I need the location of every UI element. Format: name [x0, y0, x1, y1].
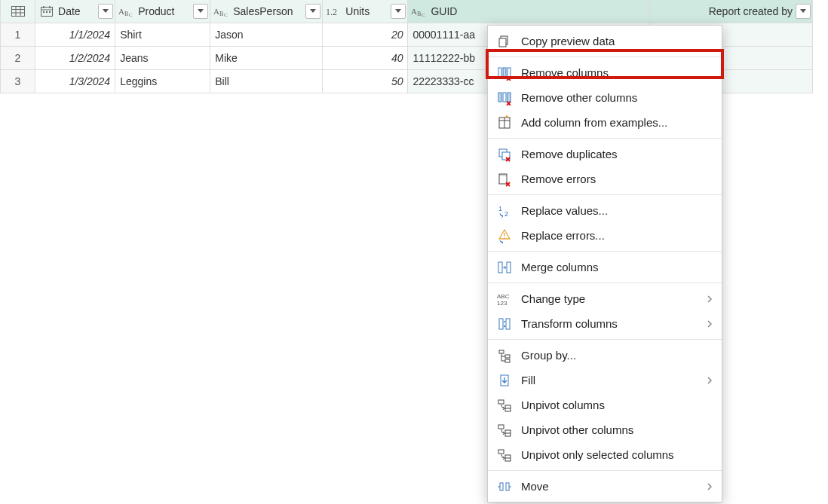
- replace-values-icon: 12: [495, 202, 514, 220]
- column-header-date[interactable]: Date: [35, 0, 115, 23]
- svg-rect-10: [46, 11, 48, 13]
- svg-rect-70: [506, 483, 509, 490]
- column-header-report-created-by[interactable]: Report created by: [649, 0, 812, 23]
- svg-rect-55: [506, 319, 510, 329]
- row-number: 2: [1, 47, 35, 70]
- filter-button[interactable]: [98, 4, 113, 19]
- menu-add-column-from-examples[interactable]: Add column from examples...: [488, 110, 722, 135]
- filter-button[interactable]: [391, 4, 406, 19]
- menu-merge-columns[interactable]: Merge columns: [488, 255, 722, 279]
- svg-text:1.2: 1.2: [326, 7, 337, 17]
- menu-separator: [488, 251, 722, 252]
- svg-text:A: A: [213, 7, 219, 16]
- remove-columns-icon: [495, 64, 514, 82]
- svg-rect-56: [499, 350, 504, 353]
- filter-button[interactable]: [796, 4, 811, 19]
- unpivot-icon: [495, 396, 514, 414]
- column-label: SalesPerson: [233, 5, 302, 17]
- cell-salesperson: Jason: [210, 23, 322, 46]
- menu-label: Remove duplicates: [521, 148, 714, 160]
- svg-rect-58: [505, 359, 510, 362]
- column-header-salesperson[interactable]: ABC SalesPerson: [210, 0, 323, 23]
- merge-columns-icon: [495, 258, 514, 276]
- copy-icon: [495, 32, 514, 50]
- change-type-icon: ABC123: [495, 290, 514, 308]
- add-column-examples-icon: [495, 114, 514, 132]
- menu-separator: [488, 470, 722, 471]
- menu-unpivot-other-columns[interactable]: Unpivot other columns: [488, 417, 722, 442]
- svg-rect-23: [499, 38, 506, 47]
- svg-rect-25: [503, 68, 506, 77]
- menu-group-by[interactable]: Group by...: [488, 343, 722, 368]
- replace-errors-icon: [495, 227, 514, 245]
- menu-unpivot-only-selected-columns[interactable]: Unpivot only selected columns: [488, 442, 722, 467]
- menu-separator: [488, 283, 722, 283]
- menu-transform-columns[interactable]: Transform columns: [488, 311, 722, 336]
- remove-errors-icon: [495, 170, 514, 188]
- fill-icon: [495, 371, 514, 389]
- svg-rect-66: [498, 450, 504, 454]
- svg-rect-51: [507, 262, 511, 273]
- column-header-units[interactable]: 1.2 Units: [323, 0, 408, 23]
- svg-rect-31: [508, 93, 511, 102]
- header-row: Date ABC Product ABC S: [1, 0, 813, 23]
- menu-remove-duplicates[interactable]: Remove duplicates: [488, 142, 722, 166]
- menu-separator: [488, 138, 722, 139]
- menu-move[interactable]: Move: [488, 474, 722, 499]
- chevron-right-icon: [705, 376, 714, 385]
- cell-product: Shirt: [115, 23, 210, 46]
- svg-point-49: [504, 237, 505, 238]
- menu-label: Replace values...: [521, 204, 714, 217]
- chevron-right-icon: [705, 319, 714, 328]
- svg-text:ABC: ABC: [497, 293, 510, 300]
- svg-rect-63: [498, 425, 504, 429]
- menu-replace-values[interactable]: 12 Replace values...: [488, 198, 722, 223]
- table-corner[interactable]: [1, 0, 35, 23]
- unpivot-other-icon: [495, 421, 514, 439]
- cell-units: 40: [323, 47, 407, 69]
- column-header-guid[interactable]: ABC GUID: [408, 0, 649, 23]
- menu-label: Group by...: [521, 349, 714, 362]
- svg-rect-11: [49, 11, 51, 13]
- row-number: 3: [1, 70, 35, 93]
- menu-copy-preview-data[interactable]: Copy preview data: [488, 29, 722, 53]
- chevron-right-icon: [705, 295, 714, 304]
- menu-separator: [488, 339, 722, 340]
- svg-rect-54: [499, 319, 503, 329]
- table-icon: [10, 5, 26, 18]
- column-label: Product: [138, 5, 190, 17]
- cell-units: 20: [323, 23, 407, 46]
- menu-remove-errors[interactable]: Remove errors: [488, 166, 722, 191]
- cell-units: 50: [323, 70, 407, 93]
- cell-salesperson: Bill: [210, 70, 322, 93]
- column-label: Date: [58, 5, 95, 17]
- svg-rect-69: [500, 483, 503, 490]
- menu-fill[interactable]: Fill: [488, 368, 722, 393]
- svg-text:B: B: [219, 11, 223, 17]
- menu-label: Remove columns: [521, 66, 714, 79]
- cell-salesperson: Mike: [210, 47, 322, 69]
- filter-button[interactable]: [193, 4, 208, 19]
- cell-date: 1/1/2024: [35, 23, 115, 46]
- svg-rect-43: [499, 174, 507, 176]
- menu-replace-errors[interactable]: Replace errors...: [488, 223, 722, 248]
- svg-rect-60: [498, 400, 504, 404]
- menu-unpivot-columns[interactable]: Unpivot columns: [488, 393, 722, 417]
- svg-text:2: 2: [504, 210, 508, 218]
- column-header-product[interactable]: ABC Product: [115, 0, 210, 23]
- menu-change-type[interactable]: ABC123 Change type: [488, 286, 722, 311]
- menu-remove-columns[interactable]: Remove columns: [488, 60, 722, 85]
- menu-label: Move: [521, 480, 705, 493]
- text-type-icon: ABC: [213, 5, 230, 18]
- svg-text:1: 1: [498, 205, 502, 212]
- svg-text:C: C: [422, 12, 425, 17]
- text-type-icon: ABC: [118, 5, 135, 18]
- filter-button[interactable]: [305, 4, 320, 19]
- unpivot-selected-icon: [495, 446, 514, 464]
- menu-label: Merge columns: [521, 261, 714, 273]
- svg-rect-24: [498, 68, 501, 77]
- svg-text:C: C: [224, 12, 228, 17]
- menu-label: Copy preview data: [521, 35, 714, 47]
- menu-remove-other-columns[interactable]: Remove other columns: [488, 85, 722, 110]
- svg-text:A: A: [411, 7, 417, 16]
